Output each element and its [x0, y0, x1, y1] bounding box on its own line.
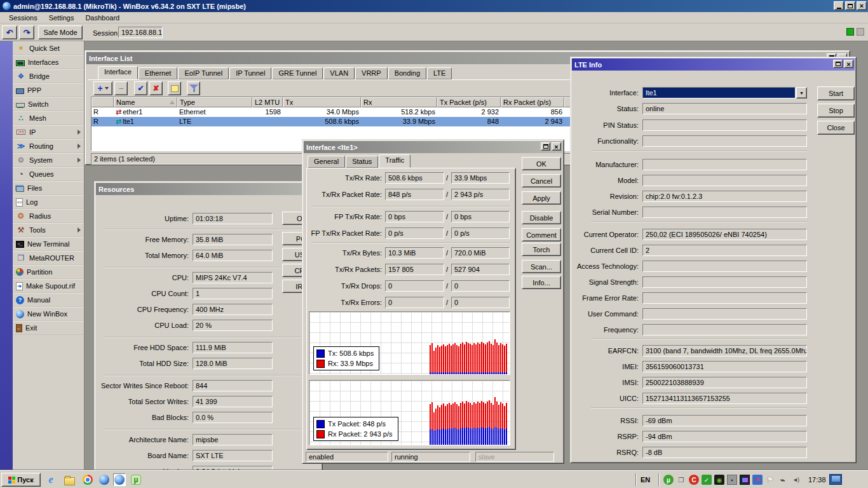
lte1-tab-traffic[interactable]: Traffic: [379, 154, 410, 168]
sidebar-item-make-supout-rif[interactable]: Make Supout.rif: [13, 279, 84, 293]
column-header-tx-packet-p-s[interactable]: Tx Packet (p/s): [437, 97, 501, 107]
menu-dashboard[interactable]: Dashboard: [80, 13, 125, 22]
sidebar-item-switch[interactable]: Switch: [13, 97, 84, 111]
menu-sessions[interactable]: Sessions: [4, 13, 43, 22]
dropdown-arrow-button[interactable]: ▼: [796, 87, 807, 98]
session-field[interactable]: 192.168.88.1: [118, 27, 163, 38]
sidebar-item-mesh[interactable]: Mesh: [13, 111, 84, 125]
sidebar-item-system[interactable]: System: [13, 153, 84, 167]
tab-vrrp[interactable]: VRRP: [355, 67, 388, 79]
tray-plug-icon[interactable]: [778, 475, 788, 485]
quick-launch-ie-icon[interactable]: [44, 473, 57, 486]
sidebar-item-exit[interactable]: Exit: [13, 321, 84, 335]
quick-launch-chrome-icon[interactable]: [81, 473, 94, 486]
column-header-tx[interactable]: Tx: [283, 97, 361, 107]
tray-net-error-icon[interactable]: [752, 475, 763, 485]
sidebar-item-queues[interactable]: Queues: [13, 167, 84, 181]
sidebar-item-files[interactable]: Files: [13, 181, 84, 195]
disable-button[interactable]: ✘: [149, 81, 163, 95]
tray-utorrent-icon[interactable]: [663, 475, 674, 485]
sidebar-item-tools[interactable]: Tools: [13, 223, 84, 237]
tab-gre-tunnel[interactable]: GRE Tunnel: [272, 67, 323, 79]
column-header-x[interactable]: [92, 97, 114, 107]
redo-button[interactable]: ↷: [19, 25, 34, 39]
cell-value: 33.9 Mbps: [403, 118, 435, 125]
tray-display-icon[interactable]: [740, 475, 750, 485]
ok-button[interactable]: OK: [522, 157, 561, 170]
legend-text: Rx Packet: 2 943 p/s: [328, 430, 393, 438]
close-button[interactable]: Close: [817, 121, 855, 135]
disable-button[interactable]: Disable: [522, 211, 561, 224]
tab-eoip-tunnel[interactable]: EoIP Tunnel: [178, 67, 229, 79]
tray-nvidia-icon[interactable]: [714, 475, 724, 485]
tray-gray-app-icon[interactable]: [727, 475, 737, 485]
sidebar-item-manual[interactable]: Manual: [13, 293, 84, 307]
log-icon: [16, 198, 23, 207]
enable-button[interactable]: ✔: [134, 81, 147, 95]
column-header-type[interactable]: Type: [177, 97, 252, 107]
sidebar-item-bridge[interactable]: Bridge: [13, 69, 84, 83]
scan-button[interactable]: Scan...: [522, 260, 561, 273]
cancel-button[interactable]: Cancel: [522, 174, 561, 187]
tab-vlan[interactable]: VLAN: [323, 67, 355, 79]
sidebar-item-new-terminal[interactable]: New Terminal: [13, 237, 84, 251]
cell-x: R: [92, 107, 114, 117]
quick-launch-winbox-active-icon[interactable]: [113, 473, 126, 486]
sidebar-item-routing[interactable]: Routing: [13, 139, 84, 153]
remove-button[interactable]: −: [114, 81, 128, 95]
taskbar: Пуск EN 17:38: [0, 470, 868, 488]
tab-ethernet[interactable]: Ethernet: [139, 67, 178, 79]
lte-info-titlebar[interactable]: LTE Info ×: [572, 58, 855, 71]
column-header-rx-packet-p-s[interactable]: Rx Packet (p/s): [501, 97, 564, 107]
lte-info-interface-dropdown[interactable]: lte1: [642, 87, 796, 98]
cell-rx-packet-p-s: 2 943: [501, 117, 564, 126]
column-header-name[interactable]: Name: [114, 97, 177, 107]
apply-button[interactable]: Apply: [522, 191, 561, 205]
sidebar-item-interfaces[interactable]: Interfaces: [13, 55, 84, 69]
minimize-button[interactable]: [834, 1, 844, 10]
quick-launch-folder-icon[interactable]: [63, 473, 76, 486]
maximize-button[interactable]: [833, 60, 843, 68]
tray-flag-icon[interactable]: [765, 475, 775, 485]
sidebar-item-partition[interactable]: Partition: [13, 265, 84, 279]
resources-titlebar[interactable]: Resources: [96, 183, 321, 195]
filter-button[interactable]: [187, 81, 200, 95]
sidebar-item-metarouter[interactable]: MetaROUTER: [13, 251, 84, 265]
column-header-l2-mtu[interactable]: L2 MTU: [252, 97, 283, 107]
tab-ip-tunnel[interactable]: IP Tunnel: [229, 67, 271, 79]
tab-interface[interactable]: Interface: [98, 66, 138, 79]
start-button[interactable]: Пуск: [1, 473, 41, 487]
close-button[interactable]: ×: [844, 60, 853, 68]
tray-ccleaner-icon[interactable]: [689, 475, 699, 485]
stop-button[interactable]: Stop: [817, 104, 855, 118]
sidebar-item-quick-set[interactable]: Quick Set: [13, 41, 84, 55]
start-button[interactable]: Start: [817, 86, 855, 100]
menu-settings[interactable]: Settings: [44, 13, 79, 22]
tab-lte[interactable]: LTE: [427, 67, 452, 79]
close-button[interactable]: ×: [857, 1, 867, 10]
show-desktop-icon[interactable]: [829, 474, 842, 485]
torch-button[interactable]: Torch: [522, 243, 561, 256]
sidebar-item-ip[interactable]: IP: [13, 125, 84, 139]
maximize-button[interactable]: [845, 1, 855, 10]
column-header-rx[interactable]: Rx: [361, 97, 437, 107]
cell-value: 856: [551, 108, 562, 116]
comment-button[interactable]: [168, 81, 181, 95]
tray-green-check-icon[interactable]: [702, 475, 712, 485]
clock[interactable]: 17:38: [808, 476, 826, 484]
tray-volume-icon[interactable]: [790, 475, 801, 485]
comment-button[interactable]: Comment: [522, 228, 561, 241]
tray-network-icon[interactable]: [676, 475, 686, 485]
sidebar-item-radius[interactable]: Radius: [13, 209, 84, 223]
undo-button[interactable]: ↶: [2, 25, 17, 39]
language-indicator[interactable]: EN: [641, 476, 650, 484]
safe-mode-button[interactable]: Safe Mode: [38, 25, 83, 39]
info-button[interactable]: Info...: [522, 276, 561, 289]
quick-launch-utorrent-icon[interactable]: [130, 473, 142, 486]
add-button[interactable]: +: [93, 81, 112, 95]
sidebar-item-ppp[interactable]: PPP: [13, 83, 84, 97]
tab-bonding[interactable]: Bonding: [388, 67, 426, 79]
quick-launch-winbox-icon[interactable]: [98, 473, 111, 486]
sidebar-item-log[interactable]: Log: [13, 195, 84, 209]
sidebar-item-new-winbox[interactable]: New WinBox: [13, 307, 84, 321]
